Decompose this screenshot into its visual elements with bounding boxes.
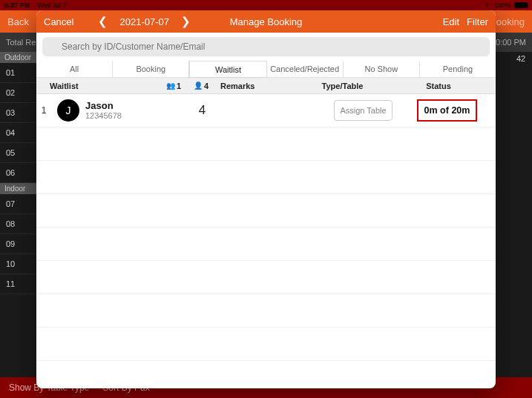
tab-noshow[interactable]: No Show bbox=[344, 61, 420, 77]
waitlist-list[interactable]: 1 J Jason 12345678 4 Assign Table 0m of … bbox=[36, 94, 496, 388]
time-slot-partial: 0:00 PM bbox=[496, 38, 526, 47]
table-row[interactable]: 03 bbox=[0, 103, 37, 123]
list-item bbox=[36, 228, 496, 261]
list-item bbox=[36, 161, 496, 194]
cancel-button[interactable]: Cancel bbox=[44, 16, 73, 27]
status-badge: 0m of 20m bbox=[417, 99, 478, 122]
table-row[interactable]: 06 bbox=[0, 163, 37, 183]
column-remarks: Remarks bbox=[214, 82, 303, 90]
section-outdoor-label: Outdoor bbox=[0, 52, 37, 63]
list-item bbox=[36, 261, 496, 294]
people-icon: 👥 bbox=[166, 82, 175, 90]
table-row[interactable]: 04 bbox=[0, 123, 37, 143]
column-party-count: 👥1 bbox=[155, 82, 181, 90]
column-pax-count: 👤4 bbox=[181, 82, 214, 90]
prev-date-icon[interactable]: ❮ bbox=[96, 15, 109, 28]
table-row[interactable]: 10 bbox=[0, 254, 37, 274]
table-row[interactable]: 08 bbox=[0, 214, 37, 234]
search-input[interactable] bbox=[42, 37, 490, 56]
status-bar: 6:37 PM Wed Jul 7 ᯤ 100% bbox=[0, 0, 532, 10]
status-time: 6:37 PM bbox=[4, 1, 30, 9]
filter-tabs: All Booking Waitlist Canceled/Rejected N… bbox=[36, 61, 496, 78]
list-item bbox=[36, 294, 496, 328]
column-status: Status bbox=[381, 82, 496, 90]
modal-header: Cancel ❮ 2021-07-07 ❯ Manage Booking Edi… bbox=[36, 10, 496, 33]
customer-phone: 12345678 bbox=[85, 111, 160, 120]
customer-name: Jason bbox=[85, 101, 160, 111]
person-icon: 👤 bbox=[194, 82, 203, 90]
row-index: 1 bbox=[36, 105, 51, 116]
filter-button[interactable]: Filter bbox=[467, 16, 488, 27]
table-row[interactable]: 11 bbox=[0, 274, 37, 294]
list-item bbox=[36, 328, 496, 361]
pax-value: 4 bbox=[160, 103, 245, 118]
modal-title: Manage Booking bbox=[230, 16, 303, 27]
assign-table-button[interactable]: Assign Table bbox=[334, 100, 392, 121]
tab-booking[interactable]: Booking bbox=[113, 61, 189, 77]
manage-booking-modal: Cancel ❮ 2021-07-07 ❯ Manage Booking Edi… bbox=[36, 10, 496, 388]
next-date-icon[interactable]: ❯ bbox=[180, 15, 193, 28]
list-item bbox=[36, 194, 496, 228]
side-table-list: Outdoor 01 02 03 04 05 06 Indoor 07 08 0… bbox=[0, 52, 37, 294]
tab-all[interactable]: All bbox=[36, 61, 113, 77]
tab-waitlist[interactable]: Waitlist bbox=[189, 61, 266, 77]
table-row[interactable]: 09 bbox=[0, 234, 37, 254]
total-label-partial: Total Re bbox=[6, 38, 36, 47]
column-header-row: Waitlist 👥1 👤4 Remarks Type/Table Status bbox=[36, 78, 496, 94]
edit-button[interactable]: Edit bbox=[443, 16, 459, 27]
table-row[interactable]: 02 bbox=[0, 83, 37, 103]
waitlist-row[interactable]: 1 J Jason 12345678 4 Assign Table 0m of … bbox=[36, 94, 496, 127]
column-waitlist: Waitlist bbox=[36, 82, 155, 90]
column-type-table: Type/Table bbox=[303, 82, 381, 90]
status-date: Wed Jul 7 bbox=[37, 1, 67, 9]
table-row[interactable]: 01 bbox=[0, 63, 37, 83]
list-item bbox=[36, 127, 496, 161]
right-overflow-number: 42 bbox=[510, 54, 532, 63]
avatar: J bbox=[57, 99, 79, 122]
battery-percent: 100% bbox=[494, 1, 511, 9]
section-indoor-label: Indoor bbox=[0, 183, 37, 194]
tab-pending[interactable]: Pending bbox=[420, 61, 496, 77]
battery-icon bbox=[514, 2, 528, 8]
booking-header-partial: ooking bbox=[496, 16, 525, 27]
table-row[interactable]: 05 bbox=[0, 143, 37, 163]
tab-canceled[interactable]: Canceled/Rejected bbox=[267, 61, 344, 77]
back-button[interactable]: Back bbox=[7, 16, 29, 27]
table-row[interactable]: 07 bbox=[0, 194, 37, 214]
date-display[interactable]: 2021-07-07 bbox=[119, 16, 169, 27]
wifi-icon: ᯤ bbox=[485, 1, 491, 9]
